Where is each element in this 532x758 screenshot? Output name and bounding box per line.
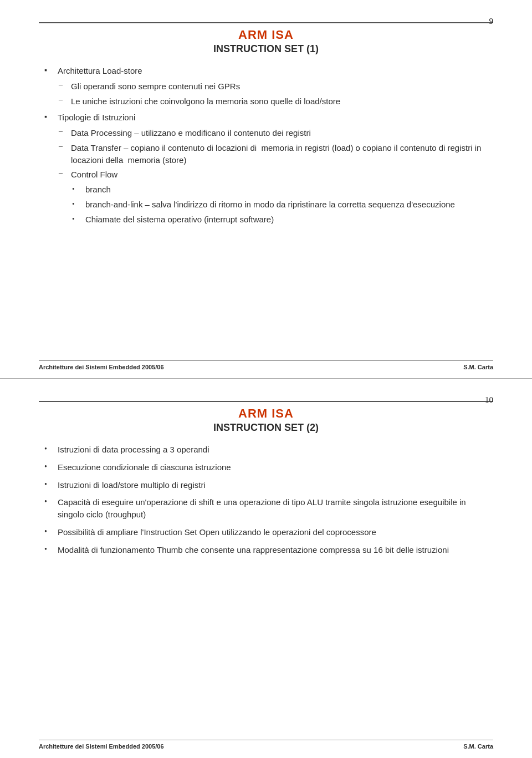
- dash-icon: –: [59, 80, 69, 89]
- bullet-text: Control Flow: [71, 169, 117, 181]
- list-item: – Le uniche istruzioni che coinvolgono l…: [59, 95, 493, 108]
- page-2-header-line: [39, 401, 493, 402]
- round-bullet-icon: •: [44, 497, 54, 506]
- bullet-text: Istruzioni di data processing a 3 operan…: [58, 444, 209, 456]
- bullet-text: Chiamate del sistema operativo (interrup…: [85, 213, 274, 226]
- list-item: – Data Processing – utilizzano e modific…: [59, 127, 493, 139]
- page-1-header-line: [39, 22, 493, 23]
- list-item: • branch-and-link – salva l'indirizzo di…: [72, 199, 493, 211]
- round-bullet-icon: •: [72, 200, 82, 208]
- bullet-text: Istruzioni di load/store multiplo di reg…: [58, 479, 206, 491]
- round-bullet-icon: •: [72, 185, 82, 194]
- list-item: • Istruzioni di data processing a 3 oper…: [44, 444, 493, 456]
- dash-icon: –: [59, 95, 69, 104]
- page-2: 10 ARM ISA INSTRUCTION SET (2) • Istruzi…: [0, 379, 532, 757]
- page-1-title: ARM ISA: [39, 28, 493, 42]
- list-item: • Chiamate del sistema operativo (interr…: [72, 213, 493, 226]
- round-bullet-icon: •: [44, 462, 54, 471]
- page-1-content: ▪ Architettura Load-store – Gli operandi…: [39, 65, 493, 225]
- page-1: 9 ARM ISA INSTRUCTION SET (1) ▪ Architet…: [0, 0, 532, 379]
- square-bullet-icon: ▪: [44, 113, 54, 121]
- bullet-text: Possibilità di ampliare l'Instruction Se…: [58, 526, 376, 538]
- list-item: – Control Flow: [59, 169, 493, 181]
- dash-icon: –: [59, 169, 69, 177]
- footer-right: S.M. Carta: [463, 364, 493, 370]
- bullet-text: Tipologie di Istruzioni: [58, 111, 135, 124]
- bullet-text: Capacità di eseguire un'operazione di sh…: [58, 496, 493, 521]
- dash-icon: –: [59, 127, 69, 136]
- bullet-text: Esecuzione condizionale di ciascuna istr…: [58, 461, 231, 474]
- bullet-text: branch-and-link – salva l'indirizzo di r…: [85, 199, 455, 211]
- list-item: • Capacità di eseguire un'operazione di …: [44, 496, 493, 521]
- list-item: • Esecuzione condizionale di ciascuna is…: [44, 461, 493, 474]
- page-1-number: 9: [489, 17, 494, 26]
- list-item: • Possibilità di ampliare l'Instruction …: [44, 526, 493, 538]
- round-bullet-icon: •: [72, 215, 82, 223]
- page-2-title: ARM ISA: [39, 406, 493, 421]
- page-1-subtitle: INSTRUCTION SET (1): [39, 43, 493, 55]
- round-bullet-icon: •: [44, 545, 54, 554]
- list-item: ▪ Architettura Load-store: [44, 65, 493, 77]
- list-item: – Data Transfer – copiano il contenuto d…: [59, 142, 493, 166]
- footer-left: Architetture dei Sistemi Embedded 2005/0…: [39, 364, 164, 370]
- square-bullet-icon: ▪: [44, 66, 54, 75]
- dash-icon: –: [59, 142, 69, 151]
- page-1-footer: Architetture dei Sistemi Embedded 2005/0…: [39, 360, 493, 370]
- list-item: • Istruzioni di load/store multiplo di r…: [44, 479, 493, 491]
- bullet-text: Gli operandi sono sempre contenuti nei G…: [71, 80, 240, 93]
- round-bullet-icon: •: [44, 480, 54, 489]
- page-2-subtitle: INSTRUCTION SET (2): [39, 422, 493, 434]
- bullet-text: Data Processing – utilizzano e modifican…: [71, 127, 311, 139]
- footer-left: Architetture dei Sistemi Embedded 2005/0…: [39, 743, 164, 750]
- bullet-text: Le uniche istruzioni che coinvolgono la …: [71, 95, 340, 108]
- list-item: • Modalità di funzionamento Thumb che co…: [44, 544, 493, 556]
- page-2-number: 10: [485, 395, 493, 405]
- page-2-footer: Architetture dei Sistemi Embedded 2005/0…: [39, 740, 493, 750]
- bullet-text: Modalità di funzionamento Thumb che cons…: [58, 544, 449, 556]
- round-bullet-icon: •: [44, 527, 54, 536]
- page-2-content: • Istruzioni di data processing a 3 oper…: [39, 444, 493, 556]
- list-item: – Gli operandi sono sempre contenuti nei…: [59, 80, 493, 93]
- list-item: ▪ Tipologie di Istruzioni: [44, 111, 493, 124]
- bullet-text: Data Transfer – copiano il contenuto di …: [71, 142, 493, 166]
- bullet-text: Architettura Load-store: [58, 65, 142, 77]
- footer-right: S.M. Carta: [463, 743, 493, 750]
- round-bullet-icon: •: [44, 445, 54, 454]
- list-item: • branch: [72, 184, 493, 196]
- bullet-text: branch: [85, 184, 111, 196]
